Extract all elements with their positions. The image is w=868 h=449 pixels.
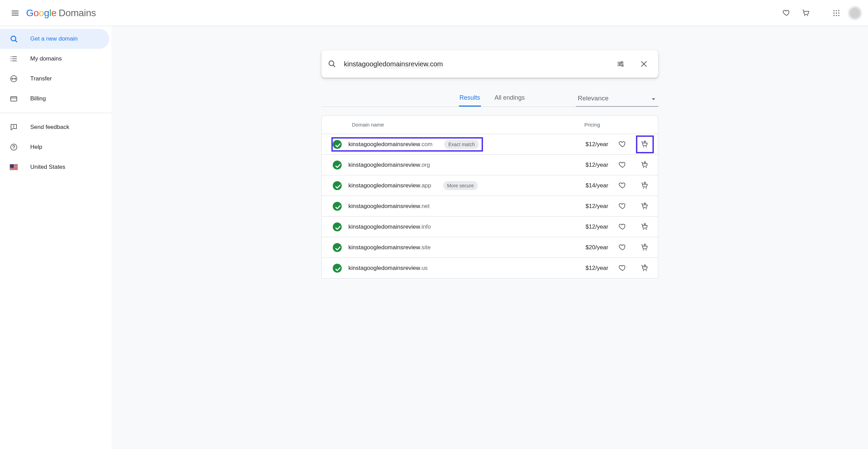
main-menu-button[interactable]: [7, 5, 23, 21]
tab-all-endings[interactable]: All endings: [494, 90, 526, 107]
add-to-cart-button[interactable]: [637, 261, 652, 276]
sort-dropdown[interactable]: Relevance: [576, 90, 658, 107]
domain-price: $12/year: [585, 203, 608, 210]
table-row[interactable]: kinstagoogledomainsreview.comExact match…: [322, 134, 658, 154]
sidebar-item-get-new-domain[interactable]: Get a new domain: [0, 29, 109, 49]
column-header-pricing: Pricing: [584, 122, 648, 128]
table-row[interactable]: kinstagoogledomainsreview.site$20/year: [322, 237, 658, 258]
domain-price: $12/year: [585, 141, 608, 148]
favorite-button[interactable]: [615, 137, 630, 152]
domain-name: kinstagoogledomainsreview.net: [349, 203, 430, 210]
available-check-icon: [333, 243, 342, 252]
sidebar: Get a new domain My domains Transfer Bil…: [0, 26, 111, 449]
chevron-down-icon: [649, 95, 656, 102]
sort-selected-label: Relevance: [578, 95, 609, 102]
domain-price: $12/year: [585, 223, 608, 230]
clear-search-button[interactable]: [636, 56, 652, 72]
search-icon: [328, 59, 337, 68]
help-icon: [10, 143, 18, 151]
menu-icon: [11, 9, 19, 17]
sidebar-item-label: My domains: [30, 55, 62, 62]
favorite-button[interactable]: [615, 240, 630, 255]
google-apps-button[interactable]: [828, 5, 845, 21]
sidebar-item-label: United States: [30, 164, 65, 171]
add-to-cart-button[interactable]: [637, 157, 652, 173]
results-table: Domain name Pricing kinstagoogledomainsr…: [321, 115, 658, 278]
sidebar-item-my-domains[interactable]: My domains: [0, 49, 109, 69]
results-header-row: Domain name Pricing: [322, 116, 658, 134]
domain-search-input[interactable]: [343, 60, 605, 68]
favorite-button[interactable]: [615, 199, 630, 214]
heart-icon: [618, 264, 627, 273]
domain-price: $20/year: [585, 244, 608, 251]
cart-icon: [802, 9, 811, 18]
favorite-button[interactable]: [615, 219, 630, 234]
available-check-icon: [333, 222, 342, 231]
domain-chip: Exact match: [444, 140, 479, 149]
heart-icon: [782, 9, 791, 18]
logo-suffix: Domains: [59, 8, 96, 19]
sidebar-item-billing[interactable]: Billing: [0, 89, 109, 109]
main-content: Results All endings Relevance Domain nam…: [111, 26, 868, 449]
add-cart-icon: [640, 202, 649, 211]
add-to-cart-button[interactable]: [637, 178, 652, 193]
sidebar-item-label: Send feedback: [30, 124, 69, 131]
table-row[interactable]: kinstagoogledomainsreview.net$12/year: [322, 196, 658, 216]
domain-search-box: [321, 50, 658, 78]
table-row[interactable]: kinstagoogledomainsreview.info$12/year: [322, 216, 658, 237]
table-row[interactable]: kinstagoogledomainsreview.org$12/year: [322, 154, 658, 175]
add-cart-icon: [640, 243, 649, 252]
heart-icon: [618, 161, 627, 169]
country-flag-icon: [10, 163, 18, 171]
sidebar-item-help[interactable]: Help: [0, 137, 109, 157]
favorite-button[interactable]: [615, 157, 630, 173]
google-domains-logo[interactable]: Google Domains: [26, 8, 96, 19]
add-cart-icon: [640, 161, 649, 169]
available-check-icon: [333, 161, 342, 169]
heart-icon: [618, 222, 627, 231]
domain-name: kinstagoogledomainsreview.com: [349, 141, 433, 148]
available-check-icon: [333, 264, 342, 273]
list-icon: [10, 55, 18, 63]
domain-chip: More secure: [443, 181, 478, 190]
account-avatar[interactable]: [849, 7, 861, 19]
favorite-button[interactable]: [615, 178, 630, 193]
sidebar-item-country[interactable]: United States: [0, 157, 109, 177]
transfer-icon: [10, 75, 18, 83]
app-header: Google Domains: [0, 0, 868, 26]
available-check-icon: [333, 202, 342, 211]
domain-price: $12/year: [585, 162, 608, 168]
heart-icon: [618, 140, 627, 149]
sidebar-item-transfer[interactable]: Transfer: [0, 69, 109, 89]
sidebar-item-label: Billing: [30, 95, 46, 102]
heart-icon: [618, 181, 627, 190]
favorite-button[interactable]: [615, 261, 630, 276]
domain-name: kinstagoogledomainsreview.us: [349, 265, 428, 272]
domain-name: kinstagoogledomainsreview.org: [349, 162, 430, 168]
add-cart-icon: [640, 181, 649, 190]
sidebar-item-label: Help: [30, 144, 42, 151]
add-to-cart-button[interactable]: [637, 137, 652, 152]
add-cart-icon: [640, 222, 649, 231]
sidebar-divider: [0, 113, 111, 113]
add-cart-icon: [640, 264, 649, 273]
domain-name: kinstagoogledomainsreview.app: [349, 182, 431, 189]
column-header-domain: Domain name: [352, 122, 384, 128]
sidebar-item-send-feedback[interactable]: Send feedback: [0, 117, 109, 137]
add-cart-icon: [640, 140, 649, 149]
add-to-cart-button[interactable]: [637, 219, 652, 234]
search-filters-button[interactable]: [612, 56, 629, 72]
table-row[interactable]: kinstagoogledomainsreview.us$12/year: [322, 258, 658, 278]
add-to-cart-button[interactable]: [637, 199, 652, 214]
available-check-icon: [333, 140, 342, 149]
close-icon: [640, 60, 648, 68]
add-to-cart-button[interactable]: [637, 240, 652, 255]
domain-name: kinstagoogledomainsreview.info: [349, 223, 431, 230]
cart-button[interactable]: [798, 5, 814, 21]
domain-price: $14/year: [585, 182, 608, 189]
search-icon: [10, 35, 18, 43]
table-row[interactable]: kinstagoogledomainsreview.appMore secure…: [322, 175, 658, 196]
favorites-button[interactable]: [779, 5, 795, 21]
tab-results[interactable]: Results: [459, 90, 481, 107]
sidebar-item-label: Get a new domain: [30, 35, 78, 42]
